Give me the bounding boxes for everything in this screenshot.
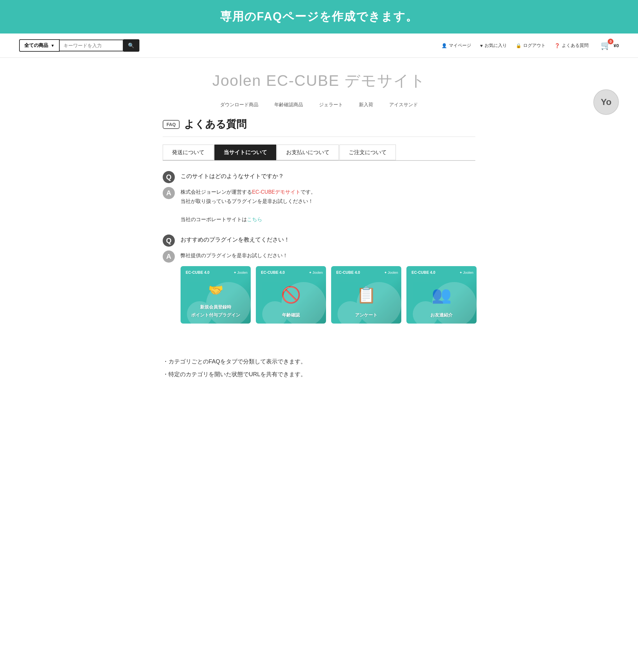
faq-a-row-2: A 弊社提供のプラグインを是非お試しください！ EC-CUBE 4.0 ✦ Jo…: [163, 250, 475, 324]
plugin-brand-3: ✦ Joolen: [384, 269, 398, 276]
a1-part3: 当社のコーポレートサイトは: [181, 217, 247, 222]
cart-badge: 0: [608, 38, 614, 44]
plugin-brand-2: ✦ Joolen: [309, 269, 323, 276]
nav-menu: ダウンロード商品 年齢確認商品 ジェラート 新入荷 アイスサンド: [0, 97, 638, 114]
plugin-label-2: EC-CUBE 4.0: [259, 269, 287, 277]
faq-q-text-1: このサイトはどのようなサイトですか？: [181, 170, 284, 180]
plugin-icon-1: 🤝: [208, 279, 223, 301]
plugin-card-header-4: EC-CUBE 4.0 ✦ Joolen: [406, 266, 476, 280]
plugin-card-img-4: EC-CUBE 4.0 ✦ Joolen 👥 お友達紹介: [406, 266, 476, 324]
site-title: Joolen EC-CUBE デモサイト: [0, 70, 638, 91]
cart-area[interactable]: 🛒 0 ¥0: [601, 40, 619, 50]
plugin-card-header-1: EC-CUBE 4.0 ✦ Joolen: [181, 266, 251, 280]
bullet-1: ・カテゴリごとのFAQをタブで分類して表示できます。: [163, 356, 475, 368]
plugin-card-img-2: EC-CUBE 4.0 ✦ Joolen 🚫 年齢確認: [256, 266, 326, 324]
nav-faq[interactable]: ❓ よくある質問: [554, 43, 589, 49]
plugin-icon-4: 👥: [432, 280, 451, 309]
a1-part1: 株式会社ジョーレンが運営する: [181, 189, 252, 195]
nav-menu-item-download[interactable]: ダウンロード商品: [220, 102, 258, 108]
plugin-card-4[interactable]: EC-CUBE 4.0 ✦ Joolen 👥 お友達紹介: [406, 266, 476, 324]
yo-avatar[interactable]: Yo: [593, 89, 619, 115]
navbar: 全ての商品 ▼ 🔍 👤 マイページ ♥ お気に入り 🔒 ログアウト ❓ よくある…: [0, 33, 638, 58]
hero-banner: 専用のFAQページを作成できます。: [0, 0, 638, 33]
logout-label: ログアウト: [523, 43, 545, 49]
favorites-label: お気に入り: [485, 43, 507, 49]
faq-qa-item-1: Q このサイトはどのようなサイトですか？ A 株式会社ジョーレンが運営するEC-…: [163, 170, 475, 224]
ec-cube-demo-link[interactable]: EC-CUBEデモサイト: [252, 189, 301, 195]
plugin-card-header-2: EC-CUBE 4.0 ✦ Joolen: [256, 266, 326, 280]
plugin-card-1[interactable]: EC-CUBE 4.0 ✦ Joolen 🤝 新規会員登録時ポイント付与プラグイ…: [181, 266, 251, 324]
tab-order[interactable]: ご注文について: [339, 145, 396, 160]
search-input[interactable]: [60, 39, 123, 51]
q-icon-1: Q: [163, 171, 175, 183]
plugin-card-3[interactable]: EC-CUBE 4.0 ✦ Joolen 📋 アンケート: [331, 266, 401, 324]
faq-q-text-2: おすすめのプラグインを教えてください！: [181, 234, 290, 244]
plugin-card-img-1: EC-CUBE 4.0 ✦ Joolen 🤝 新規会員登録時ポイント付与プラグイ…: [181, 266, 251, 324]
plugin-card-img-3: EC-CUBE 4.0 ✦ Joolen 📋 アンケート: [331, 266, 401, 324]
nav-menu-item-icesand[interactable]: アイスサンド: [389, 102, 418, 108]
nav-favorites[interactable]: ♥ お気に入り: [480, 43, 507, 49]
a-icon-2: A: [163, 250, 175, 263]
faq-title-row: FAQ よくある質問: [163, 117, 475, 137]
a-icon-1: A: [163, 187, 175, 199]
a2-text: 弊社提供のプラグインを是非お試しください！: [181, 253, 288, 258]
lock-icon: 🔒: [516, 43, 521, 48]
tab-about[interactable]: 当サイトについて: [214, 145, 276, 160]
faq-qa-item-2: Q おすすめのプラグインを教えてください！ A 弊社提供のプラグインを是非お試し…: [163, 234, 475, 324]
nav-menu-item-new[interactable]: 新入荷: [359, 102, 373, 108]
plugin-brand-4: ✦ Joolen: [459, 269, 473, 276]
corporate-site-link[interactable]: こちら: [247, 217, 262, 222]
plugin-title-4: お友達紹介: [430, 311, 453, 319]
plugin-label-1: EC-CUBE 4.0: [184, 269, 212, 277]
user-icon: 👤: [441, 43, 447, 48]
faq-main-title: よくある質問: [184, 117, 247, 131]
plugin-card-header-3: EC-CUBE 4.0 ✦ Joolen: [331, 266, 401, 280]
site-title-area: Joolen EC-CUBE デモサイト: [0, 58, 638, 97]
nav-logout[interactable]: 🔒 ログアウト: [516, 43, 545, 49]
faq-a-row-1: A 株式会社ジョーレンが運営するEC-CUBEデモサイトです。当社が取り扱ってい…: [163, 186, 475, 224]
plugin-icon-2: 🚫: [281, 280, 301, 309]
faq-a-content-2: 弊社提供のプラグインを是非お試しください！ EC-CUBE 4.0 ✦ Jool…: [181, 250, 476, 324]
nav-menu-item-gelato[interactable]: ジェラート: [319, 102, 343, 108]
bottom-bullets: ・カテゴリごとのFAQをタブで分類して表示できます。 ・特定のカテゴリを開いた状…: [144, 356, 494, 381]
faq-a-content-1: 株式会社ジョーレンが運営するEC-CUBEデモサイトです。当社が取り扱っているプ…: [181, 186, 316, 224]
faq-q-row-1: Q このサイトはどのようなサイトですか？: [163, 170, 475, 183]
category-label: 全ての商品: [24, 43, 48, 49]
plugin-title-1: 新規会員登録時ポイント付与プラグイン: [191, 303, 240, 319]
plugin-card-2[interactable]: EC-CUBE 4.0 ✦ Joolen 🚫 年齢確認: [256, 266, 326, 324]
heart-icon: ♥: [480, 43, 483, 48]
faq-badge: FAQ: [163, 120, 180, 129]
tab-shipping[interactable]: 発送について: [163, 145, 214, 160]
plugin-brand-1: ✦ Joolen: [234, 269, 248, 276]
bullet-2: ・特定のカテゴリを開いた状態でURLを共有できます。: [163, 368, 475, 381]
hero-title: 専用のFAQページを作成できます。: [0, 9, 638, 24]
faq-q-row-2: Q おすすめのプラグインを教えてください！: [163, 234, 475, 247]
plugin-title-3: アンケート: [355, 311, 377, 319]
nav-links: 👤 マイページ ♥ お気に入り 🔒 ログアウト ❓ よくある質問 🛒 0 ¥0: [441, 40, 619, 50]
faq-section: FAQ よくある質問 発送について 当サイトについて お支払いについて ご注文に…: [144, 114, 494, 346]
faq-tabs: 発送について 当サイトについて お支払いについて ご注文について: [163, 145, 475, 161]
search-icon: 🔍: [128, 43, 134, 48]
nav-mypage[interactable]: 👤 マイページ: [441, 43, 471, 49]
category-dropdown[interactable]: 全ての商品 ▼: [19, 39, 60, 52]
question-icon: ❓: [554, 43, 560, 48]
search-button[interactable]: 🔍: [123, 39, 139, 52]
plugin-grid: EC-CUBE 4.0 ✦ Joolen 🤝 新規会員登録時ポイント付与プラグイ…: [181, 266, 476, 324]
q-icon-2: Q: [163, 234, 175, 247]
plugin-icon-3: 📋: [356, 280, 376, 309]
chevron-down-icon: ▼: [51, 44, 54, 48]
faq-badge-text: FAQ: [167, 122, 176, 127]
mypage-label: マイページ: [449, 43, 471, 49]
tab-payment[interactable]: お支払いについて: [277, 145, 339, 160]
plugin-title-2: 年齢確認: [282, 311, 300, 319]
cart-price: ¥0: [614, 43, 619, 48]
yo-avatar-text: Yo: [601, 97, 611, 107]
nav-menu-item-age[interactable]: 年齢確認商品: [274, 102, 303, 108]
faq-nav-label: よくある質問: [562, 43, 589, 49]
cart-icon-wrap: 🛒 0: [601, 40, 611, 50]
plugin-label-3: EC-CUBE 4.0: [334, 269, 362, 277]
plugin-label-4: EC-CUBE 4.0: [409, 269, 437, 277]
nav-search: 全ての商品 ▼ 🔍: [19, 39, 139, 52]
